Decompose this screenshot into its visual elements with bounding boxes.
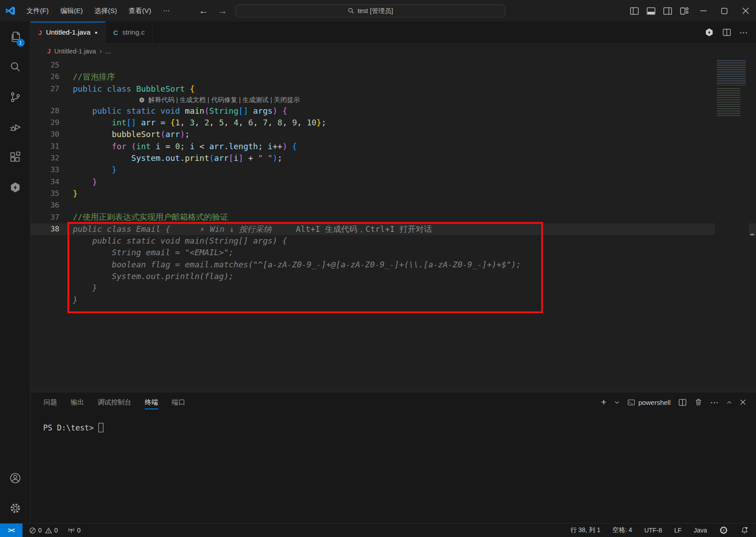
codelens-row[interactable]: 解释代码 | 生成文档 | 代码修复 | 生成测试 | 关闭提示 [31,95,756,105]
command-center-search[interactable]: test [管理员] [236,4,505,18]
java-file-icon: J [47,48,51,55]
powershell-icon [627,399,635,406]
menu-item[interactable]: ⋯ [157,0,175,22]
warnings-icon [45,527,52,534]
menu-item[interactable]: 文件(F) [21,0,54,22]
maximize-button[interactable] [714,0,735,22]
line-number [31,235,59,247]
panel-tab-bar: 问题输出调试控制台终端端口 + powershell ⋯ [31,392,756,412]
errors-icon [29,527,36,534]
extensions-icon[interactable] [0,142,31,172]
ghost-code-row: System.out.println(flag); [31,271,756,282]
codelens-actions[interactable]: 解释代码 | 生成文档 | 代码修复 | 生成测试 | 关闭提示 [148,95,300,105]
line-number: 26 [31,71,59,83]
notifications-bell-icon[interactable] [740,526,749,535]
minimap[interactable] [715,58,749,392]
line-number: 33 [31,164,59,176]
menu-item[interactable]: 查看(V) [123,0,157,22]
settings-gear-icon[interactable] [0,493,31,523]
line-number: 37 [31,212,59,223]
ghost-suggestion-text: } [73,294,78,306]
line-number [31,294,59,306]
ghost-suggestion-text: } [73,282,97,294]
code-row: 38public class Email {⚡Win ↓ 按行采纳Alt+I 生… [31,223,756,235]
panel-actions: + powershell ⋯ [601,397,756,408]
remote-indicator[interactable]: >< [0,524,22,537]
activity-bar: 1 [0,22,31,523]
close-panel-icon[interactable] [740,399,746,405]
split-terminal-icon[interactable] [678,398,687,407]
ai-hexagon-icon [138,97,145,103]
minimize-button[interactable] [693,0,714,22]
indentation[interactable]: 空格: 4 [613,526,632,534]
modified-dot-icon[interactable]: ● [94,30,98,35]
toggle-primary-sidebar-icon[interactable] [626,0,643,22]
terminal-dropdown-chevron-icon[interactable] [614,399,620,405]
breadcrumb-symbol[interactable]: ... [106,48,111,55]
keybinding-hint: Alt+I 生成代码，Ctrl+I 打开对话 [296,223,432,235]
kill-terminal-trash-icon[interactable] [694,398,703,406]
line-number: 27 [31,83,59,95]
bottom-panel: 问题输出调试控制台终端端口 + powershell ⋯ [31,392,756,523]
panel-tab[interactable]: 问题 [37,392,64,412]
ghost-code-row: public static void main(String[] args) { [31,235,756,247]
panel-tab[interactable]: 终端 [138,392,165,412]
close-button[interactable] [735,0,756,22]
terminal-cursor [98,423,103,432]
line-number: 30 [31,129,59,140]
ai-status-icon[interactable] [719,526,728,535]
toggle-secondary-sidebar-icon[interactable] [659,0,676,22]
panel-more-actions-icon[interactable]: ⋯ [710,397,719,408]
code-row: 33 } [31,164,756,176]
tab-untitled-1-java[interactable]: J Untitled-1.java ● [31,22,106,43]
back-button[interactable]: ← [198,5,209,16]
editor-scrollbar[interactable] [749,58,756,392]
code-row: 29 int[] arr = {1, 3, 2, 5, 4, 6, 7, 8, … [31,117,756,129]
problems-status[interactable]: 0 0 0 [22,527,80,534]
line-number: 38 [31,223,59,235]
split-editor-icon[interactable] [722,28,731,37]
nav-history: ← → test [管理员] [198,0,505,22]
toggle-panel-icon[interactable] [643,0,659,22]
line-number [31,95,59,105]
maximize-panel-chevron-icon[interactable] [726,399,732,405]
menu-item[interactable]: 选择(S) [89,0,123,22]
breadcrumb-separator-icon: › [99,47,102,55]
account-icon[interactable] [0,463,31,493]
line-number [31,271,59,282]
ghost-suggestion-text: public static void main(String[] args) { [73,235,287,247]
ports-count: 0 [77,527,81,534]
panel-tab[interactable]: 调试控制台 [91,392,138,412]
ghost-suggestion-text: public class Email { [73,223,170,235]
new-terminal-icon[interactable]: + [601,397,606,408]
eol-sequence[interactable]: LF [674,527,681,534]
language-mode[interactable]: Java [694,527,707,534]
menu-item[interactable]: 编辑(E) [54,0,89,22]
shell-name: powershell [638,399,671,406]
breadcrumb-file[interactable]: Untitled-1.java [54,48,96,55]
panel-tab[interactable]: 输出 [64,392,91,412]
terminal-viewport[interactable]: PS D:\test> [31,412,756,432]
lightning-bolt-icon: ⚡ [200,223,205,235]
panel-tabs: 问题输出调试控制台终端端口 [37,392,192,412]
source-control-icon[interactable] [0,82,31,112]
cursor-position[interactable]: 行 38, 列 1 [570,526,600,534]
forward-button[interactable]: → [217,5,228,16]
tab-string-c[interactable]: C string.c [106,22,153,43]
encoding[interactable]: UTF-8 [644,527,662,534]
breadcrumb[interactable]: J Untitled-1.java › ... [31,44,756,58]
more-actions-icon[interactable]: ⋯ [739,27,748,38]
code-editor[interactable]: 2526//冒泡排序27public class BubbleSort {解释代… [31,58,756,392]
ghost-suggestion-text: System.out.println(flag); [73,271,234,282]
customize-layout-icon[interactable] [676,0,693,22]
ai-hexagon-icon[interactable] [704,27,714,37]
terminal-instance[interactable]: powershell [627,399,671,406]
ai-assistant-icon[interactable] [0,172,31,202]
search-sidebar-icon[interactable] [0,52,31,82]
run-debug-icon[interactable] [0,112,31,142]
explorer-badge: 1 [17,39,25,47]
ghost-suggestion-text: String email = "<EMAIL>"; [73,247,234,258]
panel-tab[interactable]: 端口 [165,392,192,412]
explorer-icon[interactable]: 1 [0,22,31,52]
menu-bar: 文件(F)编辑(E)选择(S)查看(V)⋯ [21,0,175,22]
